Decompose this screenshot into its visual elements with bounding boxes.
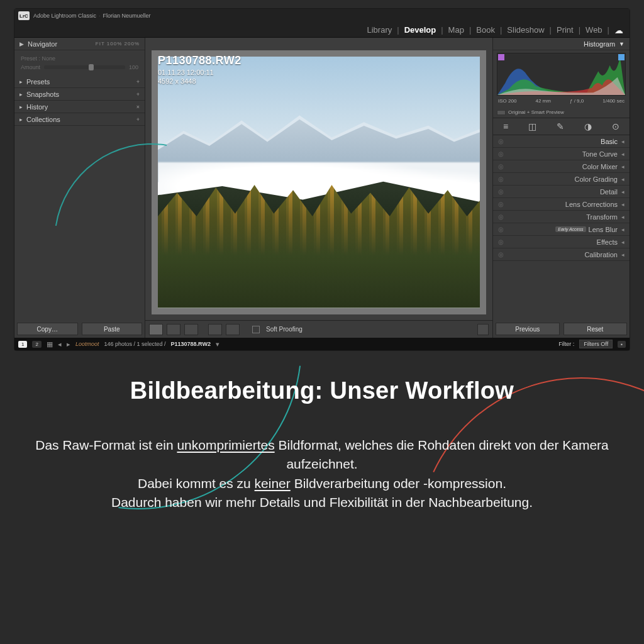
shadow-clip-indicator[interactable] (498, 54, 504, 60)
chevron-down-icon: ▼ (619, 41, 625, 47)
before-after-button[interactable] (167, 324, 180, 335)
copy-button[interactable]: Copy… (17, 323, 78, 335)
module-print[interactable]: Print (557, 25, 574, 35)
user-name: Florian Neumueller (103, 13, 151, 19)
lens-blur-label: Lens Blur (589, 226, 618, 233)
edit-sliders-icon[interactable]: ≡ (503, 121, 508, 131)
calibration-panel[interactable]: ◎Calibration◂ (493, 248, 630, 261)
article-title: Bildbearbeitung: Unser Workflow (25, 377, 619, 404)
previous-button[interactable]: Previous (496, 323, 560, 335)
add-icon[interactable]: + (136, 91, 140, 97)
preview-icon (497, 110, 506, 115)
heal-icon[interactable]: ✎ (557, 121, 564, 131)
paste-button[interactable]: Paste (82, 323, 143, 335)
color-mixer-panel[interactable]: ◎Color Mixer◂ (493, 160, 630, 173)
grid-view-icon[interactable]: ▦ (47, 340, 53, 348)
add-icon[interactable]: + (136, 79, 140, 85)
detail-panel[interactable]: ◎Detail◂ (493, 186, 630, 198)
info-overlay: P1130788.RW2 01.11.23 12:00:11 4592 x 34… (158, 54, 242, 85)
eye-icon[interactable]: ◎ (498, 188, 506, 195)
chevron-right-icon: ▸ (19, 79, 23, 85)
early-access-badge: Early Access (555, 226, 586, 232)
eye-icon[interactable]: ◎ (498, 175, 506, 182)
soft-proofing-checkbox[interactable] (252, 326, 260, 333)
eye-icon[interactable]: ◎ (498, 138, 506, 145)
clear-icon[interactable]: × (136, 104, 140, 110)
navigator-zoom-modes[interactable]: FIT 100% 200% (96, 41, 140, 47)
redeye-icon[interactable]: ⊙ (612, 121, 619, 131)
color-grading-panel[interactable]: ◎Color Grading◂ (493, 173, 630, 186)
lens-corrections-panel[interactable]: ◎Lens Corrections◂ (493, 198, 630, 211)
detail-label: Detail (600, 188, 618, 196)
tone-curve-panel[interactable]: ◎Tone Curve◂ (493, 148, 630, 160)
app-name: Adobe Lightroom Classic (33, 13, 96, 19)
histogram-panel-header[interactable]: Histogram ▼ (493, 38, 630, 50)
filter-lock-icon[interactable]: ▪ (618, 341, 626, 348)
nav-fwd-icon[interactable]: ▸ (67, 340, 70, 348)
histogram-focal: 42 mm (535, 98, 550, 104)
before-after-split-button[interactable] (184, 324, 198, 335)
loupe-view-button[interactable] (149, 324, 163, 335)
image-canvas[interactable]: P1130788.RW2 01.11.23 12:00:11 4592 x 34… (152, 50, 486, 314)
snapshots-label: Snapshots (26, 91, 59, 98)
left-panel-group: ▶ Navigator FIT 100% 200% Preset : None … (14, 38, 145, 338)
eye-icon[interactable]: ◎ (498, 201, 506, 208)
mask-icon[interactable]: ◑ (584, 121, 592, 131)
chevron-left-icon: ◂ (621, 164, 625, 170)
monitor-1-icon[interactable]: 1 (18, 341, 27, 348)
center-canvas-area: P1130788.RW2 01.11.23 12:00:11 4592 x 34… (145, 38, 492, 338)
eye-icon[interactable]: ◎ (498, 238, 506, 245)
chevron-left-icon: ◂ (621, 239, 625, 245)
chevron-left-icon: ◂ (621, 214, 625, 220)
chevron-left-icon: ◂ (621, 201, 625, 208)
article-paragraph: Das Raw-Format ist ein unkomprimiertes B… (25, 436, 619, 513)
crop-icon[interactable]: ◫ (528, 121, 536, 131)
effects-panel[interactable]: ◎Effects◂ (493, 236, 630, 248)
navigator-panel[interactable]: ▶ Navigator FIT 100% 200% (14, 38, 145, 50)
history-panel[interactable]: ▸History× (14, 101, 145, 113)
presets-label: Presets (26, 78, 50, 86)
module-web[interactable]: Web (586, 25, 602, 35)
toolbar-dropdown[interactable] (477, 324, 489, 335)
overlay-datetime: 01.11.23 12:00:11 (158, 69, 242, 76)
right-panel-group: Histogram ▼ ISO 200 42 mm ƒ / 9,0 1/400 … (492, 38, 630, 338)
add-icon[interactable]: + (136, 116, 140, 123)
eye-icon[interactable]: ◎ (498, 150, 506, 157)
color-mixer-label: Color Mixer (582, 163, 618, 170)
chevron-right-icon: ▶ (19, 41, 24, 47)
eye-icon[interactable]: ◎ (498, 163, 506, 170)
chevron-right-icon: ▸ (19, 116, 23, 123)
histogram-shutter: 1/400 sec (602, 98, 625, 104)
view-option-button-2[interactable] (226, 324, 240, 335)
tool-strip: ≡ ◫ ✎ ◑ ⊙ (493, 118, 630, 135)
module-library[interactable]: Library (367, 25, 392, 35)
module-slideshow[interactable]: Slideshow (507, 25, 544, 35)
reset-button[interactable]: Reset (564, 323, 628, 335)
module-develop[interactable]: Develop (404, 25, 436, 35)
highlight-clip-indicator[interactable] (618, 54, 625, 60)
eye-icon[interactable]: ◎ (498, 226, 506, 233)
amount-slider[interactable] (44, 65, 125, 69)
eye-icon[interactable]: ◎ (498, 213, 506, 220)
transform-panel[interactable]: ◎Transform◂ (493, 211, 630, 223)
basic-panel[interactable]: ◎Basic◂ (493, 135, 630, 148)
collections-panel[interactable]: ▸Collections+ (14, 113, 145, 126)
breadcrumb-dropdown-icon[interactable]: ▾ (216, 340, 219, 348)
histogram-iso: ISO 200 (498, 98, 516, 104)
chevron-left-icon: ◂ (621, 252, 625, 258)
view-option-button[interactable] (208, 324, 222, 335)
presets-panel[interactable]: ▸Presets+ (14, 75, 145, 88)
monitor-2-icon[interactable]: 2 (32, 341, 41, 348)
article-text: Bildbearbeitung: Unser Workflow Das Raw-… (0, 377, 644, 513)
center-toolbar: Soft Proofing (145, 320, 492, 338)
underline-word: keiner (255, 476, 291, 491)
nav-back-icon[interactable]: ◂ (58, 340, 62, 348)
filter-select[interactable]: Filters Off (579, 340, 613, 348)
snapshots-panel[interactable]: ▸Snapshots+ (14, 88, 145, 101)
module-map[interactable]: Map (448, 25, 464, 35)
cloud-icon[interactable]: ☁ (614, 25, 623, 35)
module-book[interactable]: Book (476, 25, 495, 35)
eye-icon[interactable]: ◎ (498, 251, 506, 258)
chevron-left-icon: ◂ (621, 226, 625, 233)
lens-blur-panel[interactable]: ◎Early AccessLens Blur◂ (493, 223, 630, 236)
